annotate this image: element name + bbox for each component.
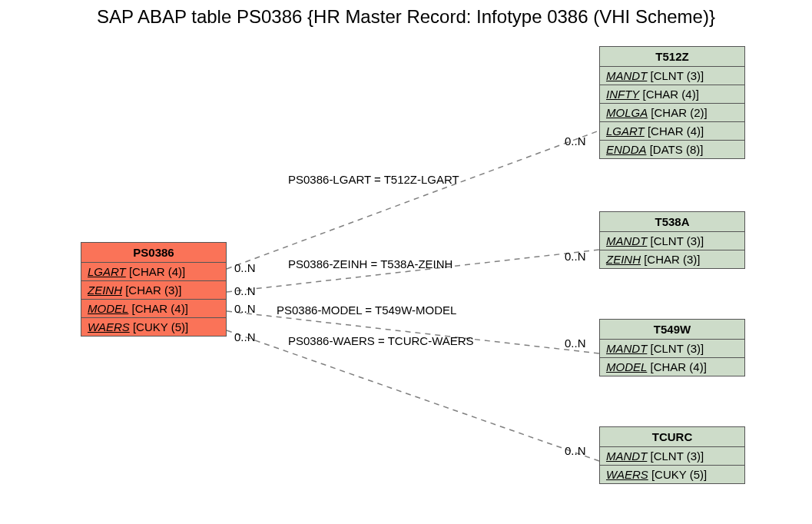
entity-header: T512Z [600, 47, 744, 67]
diagram-title: SAP ABAP table PS0386 {HR Master Record:… [0, 6, 812, 28]
diagram-canvas: SAP ABAP table PS0386 {HR Master Record:… [0, 0, 812, 524]
relation-label: PS0386-ZEINH = T538A-ZEINH [288, 257, 452, 270]
entity-field: WAERS [CUKY (5)] [600, 466, 744, 483]
cardinality-label: 0..N [234, 330, 256, 343]
cardinality-label: 0..N [234, 302, 256, 315]
entity-t538a: T538A MANDT [CLNT (3)] ZEINH [CHAR (3)] [599, 211, 745, 269]
relation-label: PS0386-WAERS = TCURC-WAERS [288, 334, 474, 347]
entity-t512z: T512Z MANDT [CLNT (3)] INFTY [CHAR (4)] … [599, 46, 745, 159]
entity-field: LGART [CHAR (4)] [81, 263, 226, 281]
svg-line-1 [227, 250, 599, 292]
entity-field: INFTY [CHAR (4)] [600, 85, 744, 104]
cardinality-label: 0..N [565, 250, 586, 263]
entity-field: MOLGA [CHAR (2)] [600, 104, 744, 122]
entity-field: ENDDA [DATS (8)] [600, 141, 744, 158]
cardinality-label: 0..N [565, 134, 586, 148]
entity-field: ZEINH [CHAR (3)] [81, 281, 226, 300]
cardinality-label: 0..N [234, 284, 256, 297]
svg-line-0 [227, 131, 599, 269]
cardinality-label: 0..N [234, 261, 256, 274]
cardinality-label: 0..N [565, 337, 586, 350]
entity-field: MANDT [CLNT (3)] [600, 447, 744, 466]
entity-header: TCURC [600, 427, 744, 447]
entity-header: PS0386 [81, 243, 226, 263]
entity-field: ZEINH [CHAR (3)] [600, 250, 744, 268]
cardinality-label: 0..N [565, 444, 586, 457]
entity-field: MODEL [CHAR (4)] [600, 358, 744, 376]
entity-field: LGART [CHAR (4)] [600, 122, 744, 141]
entity-field: MANDT [CLNT (3)] [600, 340, 744, 358]
entity-field: MANDT [CLNT (3)] [600, 232, 744, 250]
entity-field: WAERS [CUKY (5)] [81, 318, 226, 336]
entity-tcurc: TCURC MANDT [CLNT (3)] WAERS [CUKY (5)] [599, 426, 745, 484]
svg-line-3 [227, 330, 599, 461]
entity-header: T549W [600, 320, 744, 340]
entity-ps0386: PS0386 LGART [CHAR (4)] ZEINH [CHAR (3)]… [81, 242, 227, 337]
relation-label: PS0386-LGART = T512Z-LGART [288, 173, 459, 186]
entity-header: T538A [600, 212, 744, 232]
entity-t549w: T549W MANDT [CLNT (3)] MODEL [CHAR (4)] [599, 319, 745, 376]
relation-label: PS0386-MODEL = T549W-MODEL [277, 303, 456, 317]
entity-field: MODEL [CHAR (4)] [81, 300, 226, 318]
entity-field: MANDT [CLNT (3)] [600, 67, 744, 85]
